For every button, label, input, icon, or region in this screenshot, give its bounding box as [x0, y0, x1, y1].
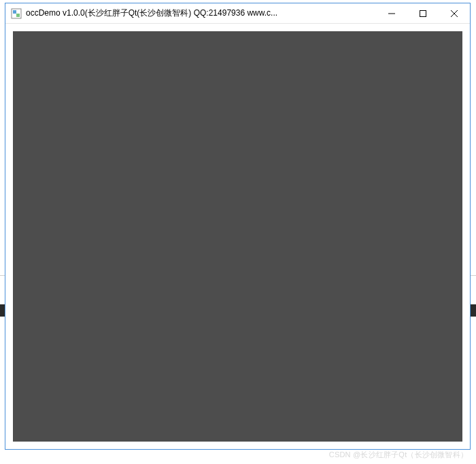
- close-button[interactable]: [439, 3, 470, 23]
- minimize-icon: [388, 10, 395, 17]
- maximize-button[interactable]: [407, 3, 439, 23]
- viewport-3d[interactable]: [13, 31, 462, 442]
- minimize-button[interactable]: [376, 3, 407, 23]
- application-window: occDemo v1.0.0(长沙红胖子Qt(长沙创微智科) QQ:214979…: [5, 3, 471, 450]
- watermark-text: CSDN @长沙红胖子Qt（长沙创微智科）: [329, 450, 468, 460]
- maximize-icon: [420, 10, 426, 17]
- svg-rect-2: [16, 14, 20, 17]
- close-icon: [451, 10, 458, 17]
- svg-rect-1: [13, 10, 16, 14]
- window-controls: [376, 3, 470, 23]
- titlebar[interactable]: occDemo v1.0.0(长沙红胖子Qt(长沙创微智科) QQ:214979…: [5, 3, 470, 24]
- window-title: occDemo v1.0.0(长沙红胖子Qt(长沙创微智科) QQ:214979…: [26, 7, 376, 19]
- client-area: [5, 24, 470, 449]
- app-icon: [11, 8, 22, 19]
- svg-rect-4: [420, 10, 426, 16]
